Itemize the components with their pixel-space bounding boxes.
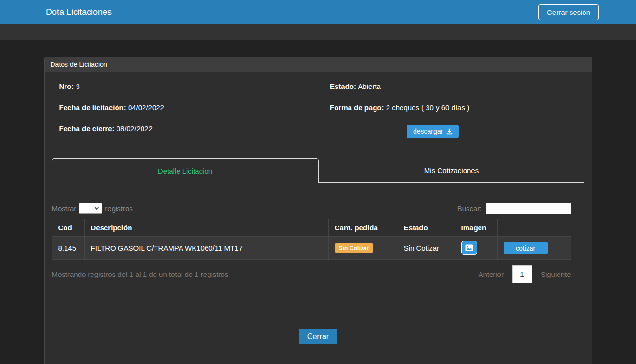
datatable-controls: Mostrar registros Buscar: [52, 203, 571, 214]
chevron-down-icon [95, 206, 99, 210]
descargar-button[interactable]: descargar [407, 125, 459, 138]
panel-body: Nro: 3 Fecha de licitación: 04/02/2022 F… [45, 72, 592, 364]
records-info: Mostrando registros del 1 al 1 de un tot… [52, 270, 229, 278]
logout-button[interactable]: Cerrar sesión [538, 4, 599, 20]
status-badge: Sin Cotizar [335, 243, 374, 253]
page-content: Datos de Licitacion Nro: 3 Fecha de lici… [0, 57, 636, 364]
fecha-licitacion-field: Fecha de licitación: 04/02/2022 [59, 103, 322, 112]
table-body: 8.145 FILTRO GASOIL C/TRAMPA WK1060/11 M… [52, 237, 571, 260]
header-estado: Estado [398, 219, 455, 237]
search-label: Buscar: [457, 204, 482, 213]
tab-mis-cotizaciones[interactable]: Mis Cotizaciones [319, 158, 584, 183]
licitacion-info: Nro: 3 Fecha de licitación: 04/02/2022 F… [52, 79, 584, 146]
secondary-navbar [0, 24, 636, 40]
table-header-row: Cod Descripción Cant. pedida Estado Imag… [52, 219, 571, 237]
cotizar-button[interactable]: cotizar [504, 242, 548, 254]
fecha-cierre-value: 08/02/2022 [117, 125, 153, 133]
cell-actions: cotizar [497, 237, 571, 260]
nro-field: Nro: 3 [59, 82, 322, 91]
estado-field: Estado: Abierta [330, 82, 584, 91]
tab-bar: Detalle Licitacion Mis Cotizaciones [52, 158, 584, 183]
search-control: Buscar: [457, 203, 571, 214]
close-button-row: Cerrar [52, 329, 584, 344]
view-image-button[interactable] [461, 241, 477, 255]
fecha-cierre-label: Fecha de cierre: [59, 125, 115, 133]
nro-value: 3 [76, 82, 80, 90]
estado-label: Estado: [330, 82, 356, 90]
datatable-footer: Mostrando registros del 1 al 1 de un tot… [52, 265, 571, 283]
page-length-control: Mostrar registros [52, 203, 133, 214]
cell-cant-pedida: Sin Cotizar [328, 237, 398, 260]
download-icon [446, 128, 453, 135]
cell-cod: 8.145 [52, 237, 85, 260]
pagination: Anterior 1 Siguiente [478, 265, 571, 283]
info-column-right: Estado: Abierta Forma de pago: 2 cheques… [322, 82, 584, 146]
header-cant-pedida: Cant. pedida [328, 219, 398, 237]
header-actions [497, 219, 571, 237]
app-title: Dota Licitaciones [46, 7, 112, 17]
info-column-left: Nro: 3 Fecha de licitación: 04/02/2022 F… [59, 82, 322, 146]
forma-pago-label: Forma de pago: [330, 103, 384, 112]
header-imagen: Imagen [455, 219, 497, 237]
pagination-previous[interactable]: Anterior [478, 270, 504, 278]
header-cod: Cod [52, 219, 85, 237]
forma-pago-field: Forma de pago: 2 cheques ( 30 y 60 días … [330, 103, 584, 112]
estado-value: Abierta [358, 82, 381, 90]
forma-pago-value: 2 cheques ( 30 y 60 días ) [386, 103, 469, 112]
cell-descripcion: FILTRO GASOIL C/TRAMPA WK1060/11 MT17 [85, 237, 328, 260]
table-head: Cod Descripción Cant. pedida Estado Imag… [52, 219, 571, 237]
image-icon [465, 244, 473, 251]
fecha-licitacion-label: Fecha de licitación: [59, 103, 126, 112]
licitacion-panel: Datos de Licitacion Nro: 3 Fecha de lici… [44, 57, 592, 364]
pagination-next[interactable]: Siguiente [541, 270, 571, 278]
datatable-wrapper: Mostrar registros Buscar: [52, 203, 571, 283]
descargar-label: descargar [413, 127, 443, 135]
header-descripcion: Descripción [85, 219, 328, 237]
panel-title: Datos de Licitacion [45, 57, 592, 72]
page-length-select[interactable] [79, 203, 102, 214]
fecha-licitacion-value: 04/02/2022 [128, 103, 164, 112]
licitacion-items-table: Cod Descripción Cant. pedida Estado Imag… [52, 219, 571, 260]
show-suffix-label: registros [105, 204, 133, 213]
cell-imagen [455, 237, 497, 260]
fecha-cierre-field: Fecha de cierre: 08/02/2022 [59, 125, 322, 133]
pagination-page-1[interactable]: 1 [512, 265, 532, 283]
close-button[interactable]: Cerrar [299, 329, 337, 344]
app-header: Dota Licitaciones Cerrar sesión [0, 0, 636, 24]
cell-estado: Sin Cotizar [398, 237, 455, 260]
tab-detalle-licitacion[interactable]: Detalle Licitacion [52, 158, 319, 183]
show-prefix-label: Mostrar [52, 204, 77, 213]
table-row: 8.145 FILTRO GASOIL C/TRAMPA WK1060/11 M… [52, 237, 571, 260]
search-input[interactable] [486, 203, 571, 214]
nro-label: Nro: [59, 82, 74, 90]
